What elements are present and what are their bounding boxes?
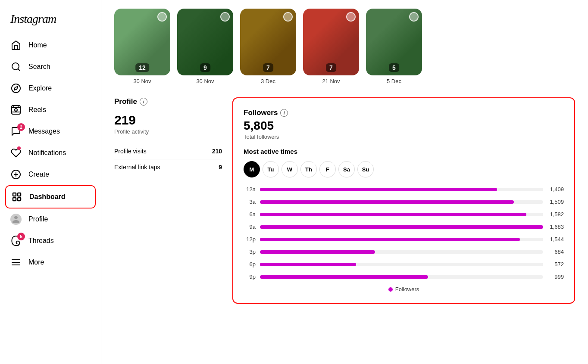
bar-fill-9a bbox=[260, 225, 543, 229]
bar-label-12p: 12p bbox=[244, 236, 256, 243]
more-icon bbox=[10, 257, 22, 268]
bar-track-12p bbox=[260, 238, 543, 241]
profile-panel-title: Profile i bbox=[114, 97, 222, 106]
story-thumb-4: 5 bbox=[366, 9, 422, 75]
story-circle-3 bbox=[346, 12, 356, 22]
bar-track-12a bbox=[260, 188, 543, 191]
sidebar-item-label-messages: Messages bbox=[28, 128, 60, 135]
followers-header: Followers i bbox=[244, 109, 564, 117]
bar-value-6p: 572 bbox=[547, 261, 564, 268]
story-item-4[interactable]: 5 5 Dec bbox=[366, 9, 422, 84]
messages-badge: 2 bbox=[17, 123, 25, 131]
sidebar-item-label-threads: Threads bbox=[28, 237, 54, 245]
story-date-3: 21 Nov bbox=[322, 78, 340, 84]
bar-fill-3p bbox=[260, 250, 375, 254]
story-item-1[interactable]: 9 30 Nov bbox=[177, 9, 233, 84]
bar-label-9p: 9p bbox=[244, 274, 256, 280]
dashboard-icon bbox=[11, 191, 22, 202]
sidebar-item-reels[interactable]: Reels bbox=[5, 99, 96, 121]
day-tabs: M Tu W Th F Sa Su bbox=[244, 161, 564, 177]
bar-value-12p: 1,544 bbox=[547, 236, 564, 243]
sidebar-item-dashboard[interactable]: Dashboard bbox=[5, 185, 96, 208]
explore-icon bbox=[10, 83, 22, 94]
story-circle-2 bbox=[283, 12, 293, 22]
most-active-label: Most active times bbox=[244, 148, 564, 155]
followers-info-icon[interactable]: i bbox=[280, 109, 288, 117]
sidebar-item-messages[interactable]: 2 Messages bbox=[5, 121, 96, 142]
bar-row-6p: 6p 572 bbox=[244, 261, 564, 268]
svg-rect-16 bbox=[18, 198, 21, 201]
sidebar-item-create[interactable]: Create bbox=[5, 164, 96, 185]
bar-row-6a: 6a 1,582 bbox=[244, 211, 564, 218]
sidebar-item-label-profile: Profile bbox=[28, 215, 48, 223]
story-thumb-3: 7 bbox=[303, 9, 359, 75]
day-tab-M[interactable]: M bbox=[244, 161, 260, 177]
story-circle-4 bbox=[409, 12, 419, 22]
bar-label-12a: 12a bbox=[244, 186, 256, 193]
sidebar-item-home[interactable]: Home bbox=[5, 34, 96, 56]
story-item-0[interactable]: 12 30 Nov bbox=[114, 9, 170, 84]
bar-fill-12a bbox=[260, 188, 497, 191]
bar-fill-3a bbox=[260, 200, 514, 204]
day-tab-F[interactable]: F bbox=[319, 161, 336, 177]
legend-label-followers: Followers bbox=[395, 286, 419, 292]
day-tab-W[interactable]: W bbox=[281, 161, 298, 177]
sidebar-item-label-explore: Explore bbox=[28, 84, 52, 92]
bar-track-6a bbox=[260, 213, 543, 216]
day-tab-Sa[interactable]: Sa bbox=[338, 161, 355, 177]
instagram-logo[interactable]: Instagram bbox=[5, 5, 96, 34]
svg-point-2 bbox=[12, 84, 20, 93]
followers-sub-label: Total followers bbox=[244, 134, 564, 140]
sidebar-item-explore[interactable]: Explore bbox=[5, 78, 96, 99]
day-tab-Su[interactable]: Su bbox=[357, 161, 374, 177]
profile-visits-label: Profile visits bbox=[114, 148, 147, 155]
chart-legend: Followers bbox=[244, 286, 564, 292]
day-tab-Th[interactable]: Th bbox=[300, 161, 317, 177]
bar-value-9a: 1,683 bbox=[547, 224, 564, 230]
search-icon bbox=[10, 61, 22, 72]
profile-visits-value: 210 bbox=[212, 148, 222, 155]
profile-panel: Profile i 219 Profile activity Profile v… bbox=[114, 97, 222, 304]
svg-rect-15 bbox=[13, 198, 16, 201]
reels-icon bbox=[10, 104, 22, 115]
sidebar-item-label-notifications: Notifications bbox=[28, 149, 66, 157]
bar-value-9p: 999 bbox=[547, 274, 564, 280]
bar-value-12a: 1,409 bbox=[547, 186, 564, 193]
story-thumb-1: 9 bbox=[177, 9, 233, 75]
followers-panel: Followers i 5,805 Total followers Most a… bbox=[232, 97, 575, 304]
day-tab-Tu[interactable]: Tu bbox=[263, 161, 279, 177]
bar-fill-9p bbox=[260, 275, 428, 279]
profile-info-icon[interactable]: i bbox=[140, 98, 147, 106]
bar-label-3p: 3p bbox=[244, 249, 256, 255]
sidebar-item-profile[interactable]: Profile bbox=[5, 208, 96, 230]
sidebar-item-label-home: Home bbox=[28, 41, 47, 49]
bar-label-9a: 9a bbox=[244, 224, 256, 230]
story-date-4: 5 Dec bbox=[387, 78, 401, 84]
story-item-2[interactable]: 7 3 Dec bbox=[240, 9, 296, 84]
sidebar-item-more[interactable]: More bbox=[5, 252, 96, 273]
sidebar-item-search[interactable]: Search bbox=[5, 56, 96, 78]
profile-links-label: External link taps bbox=[114, 164, 160, 171]
story-count-3: 7 bbox=[326, 63, 336, 72]
home-icon bbox=[10, 40, 22, 51]
story-date-0: 30 Nov bbox=[133, 78, 151, 84]
bar-track-3a bbox=[260, 200, 543, 204]
bar-fill-6a bbox=[260, 213, 526, 216]
svg-point-5 bbox=[15, 109, 17, 111]
sidebar-item-label-dashboard: Dashboard bbox=[29, 193, 66, 201]
svg-line-1 bbox=[18, 69, 20, 71]
story-item-3[interactable]: 7 21 Nov bbox=[303, 9, 359, 84]
story-thumb-2: 7 bbox=[240, 9, 296, 75]
bar-value-3a: 1,509 bbox=[547, 199, 564, 205]
sidebar-item-notifications[interactable]: Notifications bbox=[5, 142, 96, 164]
bar-track-3p bbox=[260, 250, 543, 254]
legend-dot-followers bbox=[388, 287, 393, 292]
main-content: 12 30 Nov 9 30 Nov 7 3 Dec 7 21 Nov bbox=[101, 0, 588, 364]
followers-title-text: Followers bbox=[244, 109, 278, 117]
svg-rect-14 bbox=[18, 193, 21, 196]
bar-row-9a: 9a 1,683 bbox=[244, 224, 564, 230]
bars-container: 12a 1,409 3a 1,509 6a 1,582 9a 1,683 12p… bbox=[244, 186, 564, 280]
profile-links-value: 9 bbox=[219, 164, 222, 171]
sidebar-item-threads[interactable]: 5 Threads bbox=[5, 230, 96, 252]
profile-stat-links: External link taps 9 bbox=[114, 159, 222, 175]
